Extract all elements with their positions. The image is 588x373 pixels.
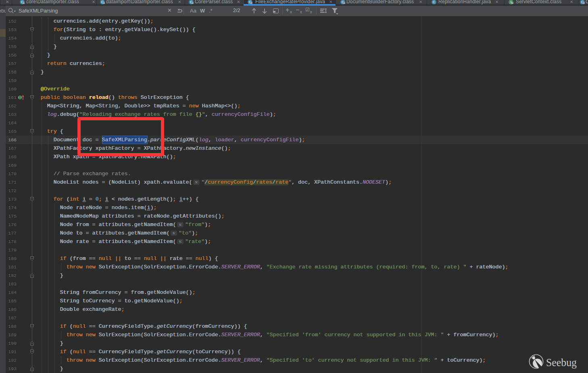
svg-text:Seebug: Seebug	[546, 356, 577, 369]
